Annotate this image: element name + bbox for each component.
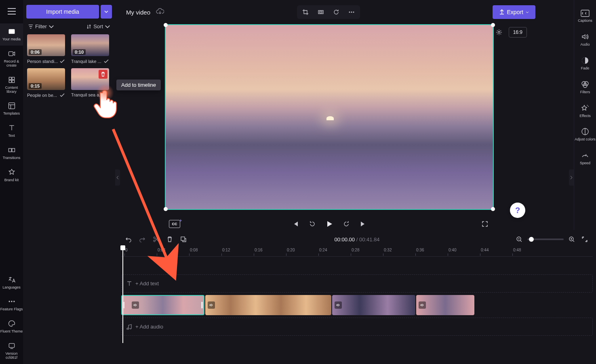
media-thumbnail[interactable]: 0:10	[71, 34, 109, 56]
forward-button[interactable]	[341, 219, 351, 229]
playhead[interactable]	[122, 246, 123, 343]
media-item[interactable]: 0:06 Person standi...	[27, 34, 65, 64]
media-item[interactable]: 0:15 People on be...	[27, 68, 65, 98]
collapse-right-panel[interactable]	[569, 169, 574, 186]
rr-speed[interactable]: Speed	[574, 146, 596, 170]
nav-feature-flags[interactable]: Feature Flags	[0, 293, 23, 316]
chevron-down-icon	[105, 24, 110, 29]
media-grid: 0:06 Person standi... 0:10 Tranquil lake…	[26, 34, 112, 98]
skip-back-button[interactable]	[291, 219, 300, 229]
zoom-in-button[interactable]	[567, 234, 577, 244]
play-button[interactable]	[324, 219, 334, 229]
filter-button[interactable]: Filter	[28, 23, 54, 29]
resize-handle-tr[interactable]	[491, 23, 495, 27]
zoom-out-button[interactable]	[514, 234, 524, 244]
cloud-sync-icon[interactable]	[156, 8, 164, 16]
ruler-tick: 0:08	[190, 248, 198, 252]
media-item[interactable]: Tranquil sea a...	[71, 68, 109, 98]
video-clip[interactable]	[205, 295, 331, 315]
resize-handle-br[interactable]	[491, 207, 495, 211]
ruler-tick: 0:12	[222, 248, 230, 252]
rotate-button[interactable]	[329, 7, 343, 17]
rewind-button[interactable]	[307, 219, 317, 229]
resize-handle-bl[interactable]	[164, 207, 168, 211]
clip-audio-icon[interactable]	[132, 301, 139, 309]
preview-tools	[297, 5, 360, 19]
clip-audio-icon[interactable]	[335, 301, 342, 309]
timeline-ruler[interactable]: 00:040:080:120:160:200:240:280:320:360:4…	[121, 246, 593, 257]
more-button[interactable]	[345, 7, 358, 17]
video-clip[interactable]	[121, 295, 204, 315]
resize-handle-tl[interactable]	[164, 23, 168, 27]
rr-audio[interactable]: Audio	[574, 28, 596, 52]
export-button[interactable]: Export	[493, 5, 535, 19]
ruler-tick: 0:16	[255, 248, 262, 252]
import-media-button[interactable]: Import media	[26, 5, 99, 19]
clip-trim-right[interactable]	[200, 296, 204, 314]
preview-settings-button[interactable]	[494, 27, 504, 38]
redo-button[interactable]	[138, 235, 146, 243]
ruler-tick: 0:36	[416, 248, 424, 252]
chevron-down-icon	[48, 24, 54, 29]
media-panel: Import media Filter Sort 0:06 Person sta…	[23, 0, 115, 364]
rr-filters[interactable]: Filters	[574, 75, 596, 99]
undo-button[interactable]	[124, 235, 133, 243]
video-title[interactable]: My video	[126, 9, 150, 16]
fit-button[interactable]	[314, 7, 328, 17]
crop-button[interactable]	[299, 7, 312, 17]
nav-content-library[interactable]: Content library	[0, 72, 23, 98]
check-icon	[59, 59, 65, 64]
collapse-left-panel[interactable]	[115, 169, 120, 186]
video-clip[interactable]	[332, 295, 415, 315]
nav-templates[interactable]: Templates	[0, 98, 23, 120]
fullscreen-button[interactable]	[480, 219, 490, 229]
audio-track[interactable]: + Add audio	[121, 318, 593, 336]
nav-label: Feature Flags	[0, 308, 23, 312]
nav-version[interactable]: Version ccfd61f	[0, 338, 23, 364]
nav-brand-kit[interactable]: Brand kit	[0, 164, 23, 186]
clip-audio-icon[interactable]	[208, 301, 215, 309]
ruler-tick: 0:24	[319, 248, 327, 252]
sort-button[interactable]: Sort	[86, 23, 110, 29]
video-preview[interactable]	[165, 24, 494, 210]
media-item[interactable]: 0:10 Tranquil lake ...	[71, 34, 109, 64]
ruler-tick: 0:40	[449, 248, 456, 252]
skip-forward-button[interactable]	[358, 219, 368, 229]
nav-transitions[interactable]: Transitions	[0, 142, 23, 164]
nav-your-media[interactable]: Your media	[0, 23, 23, 46]
zoom-thumb[interactable]	[529, 237, 534, 242]
media-thumbnail[interactable]	[71, 68, 109, 90]
nav-label: Templates	[3, 112, 20, 116]
video-clip[interactable]	[416, 295, 474, 315]
zoom-fit-button[interactable]	[580, 234, 590, 244]
clip-audio-icon[interactable]	[419, 301, 426, 309]
split-button[interactable]	[152, 235, 160, 243]
import-media-dropdown[interactable]	[101, 5, 112, 19]
help-button[interactable]: ?	[510, 203, 525, 218]
delete-media-button[interactable]	[99, 70, 107, 79]
media-thumbnail[interactable]: 0:15	[27, 68, 65, 90]
video-track[interactable]	[121, 295, 593, 315]
aspect-ratio-button[interactable]: 16:9	[509, 27, 527, 38]
media-name: People on be...	[27, 93, 59, 98]
menu-button[interactable]	[4, 3, 20, 19]
nav-fluent-theme[interactable]: Fluent Theme	[0, 316, 23, 338]
captions-toggle[interactable]: CC	[169, 220, 180, 228]
text-track[interactable]: + Add text	[121, 274, 593, 293]
rr-fade[interactable]: Fade	[574, 52, 596, 75]
delete-button[interactable]	[166, 235, 174, 243]
ruler-tick: 0	[125, 248, 128, 252]
rr-captions[interactable]: Captions	[574, 5, 596, 28]
nav-text[interactable]: Text	[0, 120, 23, 142]
nav-languages[interactable]: Languages	[0, 272, 23, 294]
svg-rect-31	[124, 302, 125, 308]
svg-rect-2	[9, 77, 11, 79]
filter-icon	[28, 24, 34, 29]
nav-record-create[interactable]: Record & create	[0, 46, 23, 72]
ruler-tick: 0:04	[158, 248, 165, 252]
rr-adjust-colors[interactable]: Adjust colors	[574, 123, 596, 146]
rr-effects[interactable]: Effects	[574, 99, 596, 123]
zoom-slider[interactable]	[527, 238, 564, 240]
duplicate-button[interactable]	[179, 235, 187, 243]
media-thumbnail[interactable]: 0:06	[27, 34, 65, 56]
